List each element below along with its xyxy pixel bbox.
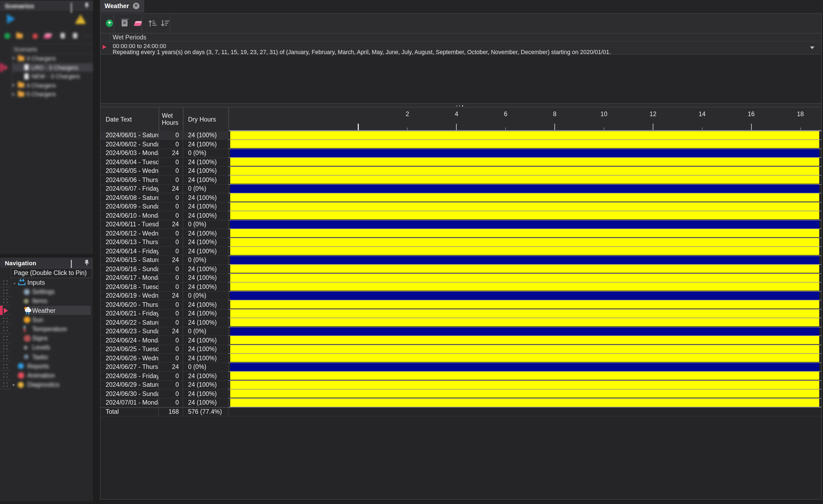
row-drag-handle[interactable] bbox=[0, 334, 11, 343]
row-drag-handle[interactable] bbox=[0, 278, 11, 287]
tab-weather[interactable]: Weather ✕ bbox=[100, 0, 144, 12]
table-row[interactable]: 2024/06/10 - Monday024 (100%) bbox=[100, 211, 821, 220]
table-row[interactable]: 2024/06/03 - Monday240 (0%) bbox=[100, 149, 821, 158]
dry-period-bar[interactable] bbox=[230, 274, 819, 282]
nav-item-signs[interactable]: Signs bbox=[11, 334, 92, 343]
wet-period-bar[interactable] bbox=[230, 256, 819, 264]
scenario-tree-item[interactable]: ▸5 Chargers bbox=[0, 90, 93, 99]
dry-period-bar[interactable] bbox=[230, 140, 819, 148]
table-row[interactable]: 2024/06/09 - Sunday024 (100%) bbox=[100, 202, 821, 211]
table-row[interactable]: 2024/06/29 - Saturd...024 (100%) bbox=[100, 380, 821, 389]
table-row[interactable]: 2024/06/05 - Wedn...024 (100%) bbox=[100, 167, 821, 176]
table-row[interactable]: 2024/06/16 - Sunday024 (100%) bbox=[100, 265, 821, 274]
row-drag-handle[interactable] bbox=[0, 371, 11, 380]
table-row[interactable]: 2024/06/13 - Thursd...024 (100%) bbox=[100, 238, 821, 247]
dry-period-bar[interactable] bbox=[230, 398, 819, 406]
wet-period-bar[interactable] bbox=[230, 184, 819, 193]
scenario-tree-item[interactable]: ▾3 Chargers bbox=[0, 54, 93, 63]
row-drag-handle[interactable] bbox=[0, 380, 11, 389]
table-row[interactable]: 2024/06/26 - Wedn...024 (100%) bbox=[100, 354, 821, 363]
wet-period-bar[interactable] bbox=[230, 292, 819, 300]
dry-period-bar[interactable] bbox=[230, 389, 819, 397]
table-row[interactable]: 2024/07/01 - Monday024 (100%) bbox=[100, 398, 821, 407]
column-divider[interactable] bbox=[183, 107, 184, 131]
chevron-collapsed-icon[interactable]: ▸ bbox=[12, 83, 15, 88]
table-row[interactable]: 2024/06/04 - Tuesday024 (100%) bbox=[100, 158, 821, 167]
nav-item-settings[interactable]: Settings bbox=[11, 287, 92, 296]
dry-period-bar[interactable] bbox=[230, 211, 819, 219]
sort-descending-button[interactable] bbox=[158, 13, 171, 33]
pin-icon[interactable] bbox=[84, 260, 89, 266]
dry-period-bar[interactable] bbox=[230, 229, 819, 237]
dry-period-bar[interactable] bbox=[230, 336, 819, 344]
table-row[interactable]: 2024/06/24 - Monday024 (100%) bbox=[100, 336, 821, 345]
eraser-button[interactable] bbox=[132, 13, 145, 33]
table-row[interactable]: 2024/06/08 - Saturd...024 (100%) bbox=[100, 193, 821, 202]
column-header-wet-hours[interactable]: Wet Hours bbox=[159, 107, 183, 131]
nav-item-inputs[interactable]: ⌄Inputs bbox=[11, 278, 92, 287]
row-drag-handle[interactable] bbox=[0, 324, 11, 334]
horizontal-splitter[interactable] bbox=[100, 103, 821, 107]
add-scenario-icon[interactable] bbox=[4, 33, 10, 39]
table-row[interactable]: 2024/06/23 - Sunday240 (0%) bbox=[100, 327, 821, 336]
chevron-expanded-icon[interactable]: ⌄ bbox=[12, 280, 16, 285]
document2-icon[interactable] bbox=[73, 33, 77, 38]
nav-item-diagnostics[interactable]: ▸Diagnostics bbox=[11, 380, 92, 389]
nav-item-weather[interactable]: Weather bbox=[11, 306, 92, 315]
float-window-icon[interactable] bbox=[71, 3, 72, 13]
remove-icon[interactable] bbox=[32, 33, 38, 39]
wet-period-bar[interactable] bbox=[230, 220, 819, 228]
row-drag-handle[interactable] bbox=[0, 287, 11, 296]
table-row[interactable]: 2024/06/17 - Monday024 (100%) bbox=[100, 274, 821, 283]
table-row[interactable]: 2024/06/28 - Friday024 (100%) bbox=[100, 372, 821, 380]
table-row[interactable]: 2024/06/02 - Sunday024 (100%) bbox=[100, 140, 821, 149]
column-header-dry-hours[interactable]: Dry Hours bbox=[183, 107, 228, 131]
scenario-tree-item[interactable]: NEW - 3 Chargers bbox=[0, 72, 93, 81]
table-row[interactable]: 2024/06/01 - Saturd...024 (100%) bbox=[100, 131, 821, 140]
dry-period-bar[interactable] bbox=[230, 283, 819, 291]
row-drag-handle[interactable] bbox=[0, 352, 11, 361]
chevron-expanded-icon[interactable]: ▾ bbox=[12, 56, 15, 61]
dry-period-bar[interactable] bbox=[230, 318, 819, 326]
row-drag-handle[interactable] bbox=[0, 297, 11, 306]
nav-item-tasks[interactable]: Tasks bbox=[11, 352, 92, 361]
dry-period-bar[interactable] bbox=[230, 265, 819, 273]
table-row[interactable]: 2024/06/18 - Tuesday024 (100%) bbox=[100, 283, 821, 292]
row-drag-handle[interactable] bbox=[0, 362, 11, 371]
table-row[interactable]: 2024/06/11 - Tuesday240 (0%) bbox=[100, 220, 821, 229]
run-scenario-icon[interactable] bbox=[7, 14, 15, 24]
table-row[interactable]: 2024/06/06 - Thursd...024 (100%) bbox=[100, 176, 821, 184]
table-row[interactable]: 2024/06/14 - Friday024 (100%) bbox=[100, 247, 821, 256]
dry-period-bar[interactable] bbox=[230, 247, 819, 255]
table-row[interactable]: 2024/06/12 - Wedn...024 (100%) bbox=[100, 229, 821, 238]
column-header-date[interactable]: Date Text bbox=[100, 107, 159, 131]
table-row[interactable]: 2024/06/20 - Thursd...024 (100%) bbox=[100, 300, 821, 309]
pin-icon[interactable] bbox=[84, 3, 89, 9]
table-row[interactable]: 2024/06/21 - Friday024 (100%) bbox=[100, 309, 821, 318]
dry-period-bar[interactable] bbox=[230, 131, 819, 139]
dry-period-bar[interactable] bbox=[230, 300, 819, 309]
chevron-down-icon[interactable] bbox=[810, 46, 814, 49]
chevron-collapsed-icon[interactable]: ▸ bbox=[13, 382, 15, 387]
nav-item-animation[interactable]: Animation bbox=[11, 371, 92, 380]
dry-period-bar[interactable] bbox=[230, 380, 819, 389]
table-row[interactable]: 2024/06/30 - Sunday024 (100%) bbox=[100, 389, 821, 398]
document-icon[interactable] bbox=[60, 33, 65, 38]
table-row[interactable]: 2024/06/19 - Wedn...240 (0%) bbox=[100, 292, 821, 300]
overflow-icon[interactable]: … bbox=[85, 32, 90, 38]
nav-item-temperature[interactable]: Temperature bbox=[11, 324, 92, 334]
row-drag-handle[interactable] bbox=[0, 343, 11, 352]
wet-period-bar[interactable] bbox=[230, 149, 819, 157]
dry-period-bar[interactable] bbox=[230, 372, 819, 380]
dry-period-bar[interactable] bbox=[230, 167, 819, 175]
nav-item-reports[interactable]: Reports bbox=[11, 362, 92, 371]
chevron-collapsed-icon[interactable]: ▸ bbox=[12, 92, 15, 97]
table-row[interactable]: 2024/06/22 - Saturd...024 (100%) bbox=[100, 318, 821, 327]
folder-icon[interactable] bbox=[16, 33, 23, 38]
row-drag-handle[interactable] bbox=[0, 315, 11, 324]
column-divider[interactable] bbox=[159, 107, 159, 131]
scenario-tree-item[interactable]: ▸4 Chargers bbox=[0, 81, 93, 90]
nav-item-items[interactable]: Items bbox=[11, 297, 92, 306]
dry-period-bar[interactable] bbox=[230, 176, 819, 184]
dry-period-bar[interactable] bbox=[230, 345, 819, 353]
